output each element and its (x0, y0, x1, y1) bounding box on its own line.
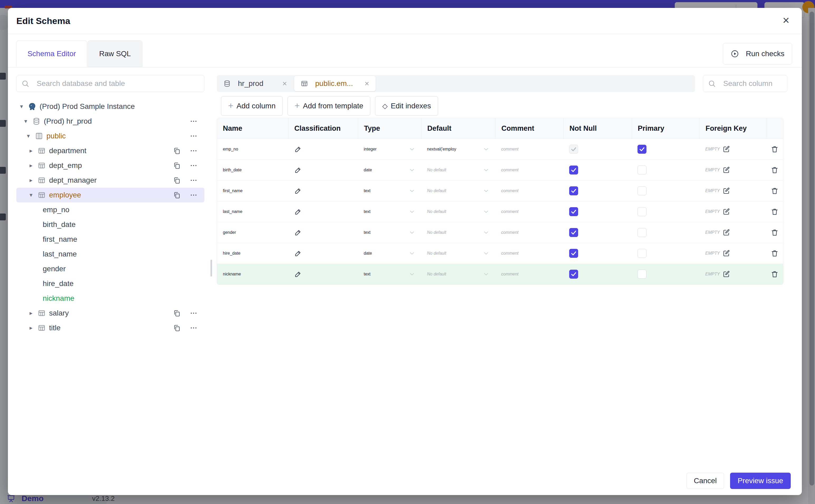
edit-square-icon[interactable] (722, 249, 730, 257)
primary-checkbox[interactable] (638, 249, 647, 258)
preview-issue-button[interactable]: Preview issue (730, 473, 791, 489)
edit-square-icon[interactable] (722, 270, 730, 278)
more-icon[interactable] (190, 176, 197, 184)
more-icon[interactable] (190, 191, 197, 199)
column-name-cell[interactable]: gender (217, 222, 288, 243)
tree-item-public[interactable]: ▾public (16, 129, 204, 143)
primary-checkbox[interactable] (638, 166, 647, 175)
pencil-icon[interactable] (294, 270, 302, 278)
trash-icon[interactable] (770, 270, 779, 278)
caret-down-icon[interactable]: ▾ (27, 133, 35, 139)
caret-right-icon[interactable]: ▸ (30, 147, 37, 154)
column-name-cell[interactable]: nickname (217, 264, 288, 284)
type-select[interactable]: date (358, 243, 421, 264)
type-select[interactable]: text (358, 264, 421, 284)
type-select[interactable]: text (358, 222, 421, 243)
tree-item-dept_emp[interactable]: ▸dept_emp (16, 158, 204, 173)
primary-checkbox[interactable] (638, 145, 647, 154)
pencil-icon[interactable] (294, 249, 302, 257)
pencil-icon[interactable] (294, 145, 302, 153)
tree-item-title[interactable]: ▸title (16, 321, 204, 335)
edit-square-icon[interactable] (722, 229, 730, 236)
comment-input[interactable]: comment (495, 201, 563, 222)
trash-icon[interactable] (770, 187, 779, 195)
comment-input[interactable]: comment (495, 160, 563, 180)
column-name-cell[interactable]: emp_no (217, 139, 288, 159)
add-from-template-button[interactable]: +Add from template (287, 96, 370, 116)
tab-raw-sql[interactable]: Raw SQL (88, 40, 142, 67)
default-select[interactable]: No default (421, 264, 495, 284)
tree-item-employee[interactable]: ▾employee (16, 188, 204, 202)
tree-column-nickname[interactable]: nickname (16, 291, 204, 306)
tree-column-gender[interactable]: gender (16, 261, 204, 276)
default-select[interactable]: nextval('employ (421, 139, 495, 159)
column-name-cell[interactable]: birth_date (217, 160, 288, 180)
comment-input[interactable]: comment (495, 222, 563, 243)
tree-column-hire_date[interactable]: hire_date (16, 276, 204, 291)
tree-column-first_name[interactable]: first_name (16, 232, 204, 247)
trash-icon[interactable] (770, 249, 779, 258)
tree-item-(Prod) hr_prod[interactable]: ▾(Prod) hr_prod (16, 114, 204, 129)
not-null-checkbox[interactable] (569, 228, 578, 237)
comment-input[interactable]: comment (495, 139, 563, 159)
tree-item-salary[interactable]: ▸salary (16, 306, 204, 321)
pencil-icon[interactable] (294, 208, 302, 216)
editor-tab-hr_prod[interactable]: hr_prod× (217, 75, 293, 92)
default-select[interactable]: No default (421, 243, 495, 264)
not-null-checkbox[interactable] (569, 207, 578, 216)
copy-icon[interactable] (173, 324, 181, 332)
tree-column-last_name[interactable]: last_name (16, 247, 204, 261)
not-null-checkbox[interactable] (569, 270, 578, 279)
type-select[interactable]: date (358, 160, 421, 180)
tree-item-(Prod) Prod Sample Instance[interactable]: ▾(Prod) Prod Sample Instance (16, 99, 204, 114)
database-search-input[interactable] (36, 79, 199, 88)
column-name-cell[interactable]: last_name (217, 201, 288, 222)
tree-column-emp_no[interactable]: emp_no (16, 202, 204, 217)
copy-icon[interactable] (173, 147, 181, 155)
tree-item-dept_manager[interactable]: ▸dept_manager (16, 173, 204, 188)
pencil-icon[interactable] (294, 229, 302, 236)
more-icon[interactable] (190, 162, 197, 169)
editor-tab-publicem[interactable]: public.em...× (294, 76, 375, 91)
caret-right-icon[interactable]: ▸ (30, 310, 37, 317)
edit-square-icon[interactable] (722, 208, 730, 216)
more-icon[interactable] (190, 309, 197, 317)
cancel-button[interactable]: Cancel (687, 473, 724, 489)
caret-right-icon[interactable]: ▸ (30, 177, 37, 184)
primary-checkbox[interactable] (638, 228, 647, 237)
primary-checkbox[interactable] (638, 207, 647, 216)
caret-down-icon[interactable]: ▾ (24, 118, 32, 125)
trash-icon[interactable] (770, 207, 779, 216)
add-column-button[interactable]: +Add column (221, 96, 283, 116)
close-tab-icon[interactable]: × (274, 79, 287, 88)
primary-checkbox[interactable] (638, 270, 647, 279)
trash-icon[interactable] (770, 228, 779, 237)
tree-item-department[interactable]: ▸department (16, 143, 204, 158)
edit-indexes-button[interactable]: ◇Edit indexes (375, 96, 438, 116)
default-select[interactable]: No default (421, 160, 495, 180)
more-icon[interactable] (190, 324, 197, 332)
edit-square-icon[interactable] (722, 145, 730, 153)
type-select[interactable]: integer (358, 139, 421, 159)
more-icon[interactable] (190, 132, 197, 140)
close-icon[interactable]: × (779, 14, 793, 27)
trash-icon[interactable] (770, 166, 779, 174)
caret-down-icon[interactable]: ▾ (20, 103, 28, 110)
not-null-checkbox[interactable] (569, 249, 578, 258)
copy-icon[interactable] (173, 162, 181, 169)
not-null-checkbox[interactable] (569, 166, 578, 175)
default-select[interactable]: No default (421, 181, 495, 201)
edit-square-icon[interactable] (722, 166, 730, 174)
column-name-cell[interactable]: first_name (217, 181, 288, 201)
more-icon[interactable] (190, 147, 197, 155)
copy-icon[interactable] (173, 176, 181, 184)
panel-resize-handle[interactable] (210, 260, 212, 277)
comment-input[interactable]: comment (495, 264, 563, 284)
comment-input[interactable]: comment (495, 181, 563, 201)
more-icon[interactable] (190, 117, 197, 125)
default-select[interactable]: No default (421, 222, 495, 243)
close-tab-icon[interactable]: × (356, 79, 369, 88)
trash-icon[interactable] (770, 145, 779, 153)
pencil-icon[interactable] (294, 187, 302, 195)
edit-square-icon[interactable] (722, 187, 730, 195)
